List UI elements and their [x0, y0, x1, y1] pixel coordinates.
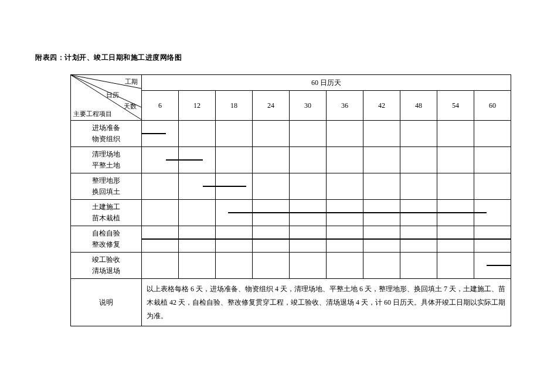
gantt-bar — [437, 238, 474, 240]
gantt-cell — [327, 253, 363, 279]
header-corner-cell: 工期 日历 天数 主要工程项目 — [71, 75, 142, 121]
description-label: 说明 — [71, 279, 142, 326]
row-label-line2: 平整土地 — [92, 161, 120, 169]
gantt-bar — [400, 212, 437, 213]
gantt-cell — [474, 173, 511, 200]
row-label-line1: 进场准备 — [92, 124, 120, 132]
day-col-48: 48 — [400, 91, 437, 121]
gantt-cell — [253, 121, 290, 147]
gantt-bar — [142, 133, 166, 134]
gantt-cell — [327, 226, 363, 253]
document-page: 附表四：计划开、竣工日期和施工进度网络图 工期 日历 天数 主要工程项目 60 … — [0, 0, 554, 326]
gantt-cell — [290, 121, 327, 147]
row-label: 竣工验收 清场退场 — [71, 253, 142, 279]
gantt-cell — [363, 173, 400, 200]
row-label: 土建施工 苗木栽植 — [71, 200, 142, 226]
hdr-corner-mid: 日历 — [106, 90, 119, 100]
row-label: 整理地形 换回填土 — [71, 173, 142, 200]
gantt-bar — [203, 186, 215, 187]
description-body: 以上表格每格 6 天，进场准备、物资组织 4 天，清理场地、平整土地 6 天，整… — [142, 279, 511, 326]
gantt-cell — [327, 173, 363, 200]
gantt-bar — [216, 186, 246, 187]
gantt-cell — [253, 173, 290, 200]
period-header: 60 日历天 — [142, 75, 511, 91]
hdr-corner-top: 工期 — [125, 77, 138, 87]
gantt-bar — [363, 212, 400, 213]
row-label-line1: 整理地形 — [92, 176, 120, 185]
gantt-cell — [327, 200, 363, 226]
gantt-cell — [179, 200, 216, 226]
gantt-cell — [437, 147, 474, 173]
row-label-line1: 自检自验 — [92, 229, 120, 237]
gantt-cell — [363, 147, 400, 173]
table-row: 清理场地 平整土地 — [71, 147, 511, 173]
gantt-bar — [179, 159, 203, 161]
gantt-cell — [474, 200, 511, 226]
gantt-cell — [179, 226, 216, 253]
gantt-bar — [290, 212, 326, 213]
gantt-cell — [290, 200, 327, 226]
gantt-cell — [363, 253, 400, 279]
row-label-line1: 清理场地 — [92, 150, 120, 158]
table-row: 进场准备 物资组织 — [71, 121, 511, 147]
gantt-bar — [142, 238, 178, 240]
gantt-bar — [474, 238, 511, 240]
gantt-cell — [253, 253, 290, 279]
gantt-bar — [474, 212, 487, 213]
gantt-cell — [216, 253, 253, 279]
table-row: 土建施工 苗木栽植 — [71, 200, 511, 226]
row-label: 自检自验 整改修复 — [71, 226, 142, 253]
gantt-cell — [363, 226, 400, 253]
page-title: 附表四：计划开、竣工日期和施工进度网络图 — [35, 53, 554, 63]
day-col-24: 24 — [253, 91, 290, 121]
gantt-cell — [179, 121, 216, 147]
gantt-cell — [400, 200, 437, 226]
gantt-cell — [474, 253, 511, 279]
gantt-cell — [437, 253, 474, 279]
row-label-line2: 整改修复 — [92, 240, 120, 248]
gantt-cell — [400, 121, 437, 147]
hdr-corner-bl: 主要工程项目 — [73, 109, 112, 119]
gantt-cell — [363, 200, 400, 226]
gantt-cell — [179, 173, 216, 200]
gantt-cell — [290, 226, 327, 253]
gantt-cell — [437, 173, 474, 200]
gantt-cell — [253, 226, 290, 253]
row-label-line1: 竣工验收 — [92, 255, 120, 264]
day-col-60: 60 — [474, 91, 511, 121]
gantt-cell — [142, 147, 179, 173]
gantt-cell — [142, 226, 179, 253]
gantt-bar — [327, 212, 363, 213]
row-label-line2: 换回填土 — [92, 188, 120, 196]
gantt-bar — [166, 159, 178, 161]
gantt-bar — [363, 238, 400, 240]
gantt-bar — [228, 212, 252, 213]
day-col-12: 12 — [179, 91, 216, 121]
gantt-bar — [253, 238, 289, 240]
gantt-cell — [400, 173, 437, 200]
gantt-cell — [253, 200, 290, 226]
gantt-cell — [179, 253, 216, 279]
hdr-corner-bot: 天数 — [124, 101, 137, 111]
gantt-cell — [474, 147, 511, 173]
gantt-cell — [142, 173, 179, 200]
gantt-cell — [216, 121, 253, 147]
table-row: 自检自验 整改修复 — [71, 226, 511, 253]
gantt-cell — [216, 173, 253, 200]
gantt-cell — [290, 253, 327, 279]
row-label: 进场准备 物资组织 — [71, 121, 142, 147]
row-label-line2: 清场退场 — [92, 267, 120, 275]
header-row-1: 工期 日历 天数 主要工程项目 60 日历天 — [71, 75, 511, 91]
gantt-cell — [437, 226, 474, 253]
gantt-cell — [474, 121, 511, 147]
gantt-bar — [487, 265, 511, 266]
day-col-42: 42 — [363, 91, 400, 121]
gantt-bar — [216, 238, 252, 240]
gantt-cell — [216, 226, 253, 253]
gantt-bar — [400, 238, 437, 240]
schedule-table: 工期 日历 天数 主要工程项目 60 日历天 6 12 18 24 30 36 … — [70, 74, 511, 326]
gantt-bar — [290, 238, 326, 240]
gantt-bar — [179, 238, 215, 240]
gantt-cell — [363, 121, 400, 147]
day-col-18: 18 — [216, 91, 253, 121]
